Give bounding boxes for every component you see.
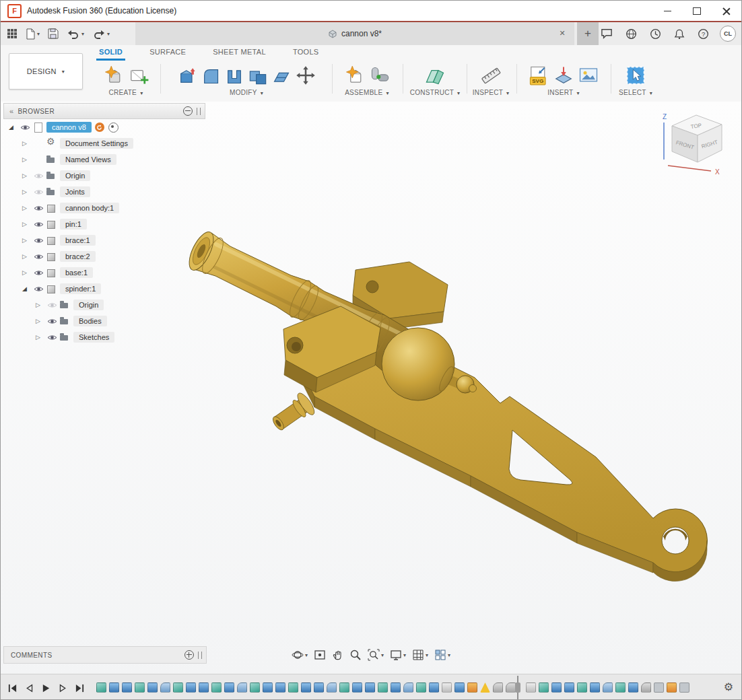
insert-svg-icon[interactable]: SVG bbox=[529, 65, 549, 85]
visibility-eye-icon[interactable] bbox=[34, 172, 44, 180]
modify-dropdown[interactable]: MODIFY ▾ bbox=[165, 89, 328, 96]
visibility-eye-icon[interactable] bbox=[34, 205, 44, 212]
user-avatar[interactable]: CL bbox=[720, 26, 736, 42]
viewports-icon[interactable]: ▾ bbox=[434, 649, 450, 661]
timeline-feature-icon[interactable] bbox=[211, 682, 222, 693]
file-menu-button[interactable]: ▾ bbox=[24, 25, 42, 42]
view-cube[interactable]: Z X TOP FRONT RIGHT bbox=[657, 108, 738, 181]
timeline-feature-icon[interactable] bbox=[250, 682, 260, 693]
tab-tools[interactable]: TOOLS bbox=[290, 45, 322, 61]
browser-item[interactable]: pin:1 bbox=[3, 216, 205, 232]
close-button[interactable] bbox=[712, 1, 741, 21]
visibility-eye-icon[interactable] bbox=[34, 188, 44, 196]
expand-arrow-icon[interactable] bbox=[36, 318, 45, 324]
timeline-feature-icon[interactable] bbox=[429, 682, 439, 693]
visibility-eye-icon[interactable] bbox=[47, 334, 57, 341]
skip-to-end-button[interactable] bbox=[75, 683, 85, 693]
orbit-icon[interactable]: ▾ bbox=[292, 649, 308, 661]
timeline-feature-icon[interactable] bbox=[442, 682, 452, 693]
timeline-feature-icon[interactable] bbox=[480, 682, 490, 693]
timeline-feature-icon[interactable] bbox=[551, 682, 562, 693]
timeline-feature-icon[interactable] bbox=[416, 682, 426, 693]
collapse-panel-icon[interactable]: « bbox=[9, 107, 14, 115]
construction-plane-icon[interactable] bbox=[425, 65, 445, 85]
timeline-feature-icon[interactable] bbox=[199, 682, 209, 693]
add-comment-icon[interactable] bbox=[184, 650, 194, 660]
browser-item[interactable]: Sketches bbox=[3, 329, 205, 345]
press-pull-icon[interactable] bbox=[178, 67, 197, 85]
browser-item[interactable]: Bodies bbox=[3, 313, 205, 329]
visibility-eye-icon[interactable] bbox=[34, 285, 44, 293]
clock-history-icon[interactable] bbox=[648, 25, 663, 42]
select-dropdown[interactable]: SELECT ▾ bbox=[613, 89, 658, 96]
timeline-settings-gear-icon[interactable]: ⚙ bbox=[724, 680, 733, 693]
timeline-feature-icon[interactable] bbox=[237, 682, 247, 693]
visibility-eye-icon[interactable] bbox=[34, 269, 44, 277]
expand-arrow-icon[interactable] bbox=[22, 237, 32, 244]
visibility-eye-icon[interactable] bbox=[34, 253, 44, 260]
new-tab-button[interactable]: + bbox=[577, 22, 599, 45]
timeline-feature-icon[interactable] bbox=[577, 682, 587, 693]
timeline-feature-icon[interactable] bbox=[641, 682, 651, 693]
save-icon[interactable] bbox=[46, 25, 61, 42]
timeline-feature-icon[interactable] bbox=[493, 682, 503, 693]
combine-icon[interactable] bbox=[248, 67, 267, 85]
expand-arrow-icon[interactable] bbox=[36, 302, 45, 308]
panel-drag-grip[interactable] bbox=[198, 652, 202, 659]
browser-item[interactable]: Joints bbox=[3, 184, 205, 200]
timeline-feature-icon[interactable] bbox=[667, 682, 677, 693]
timeline-feature-icon[interactable] bbox=[352, 682, 362, 693]
browser-item[interactable]: brace:1 bbox=[3, 232, 205, 248]
update-available-badge[interactable] bbox=[95, 123, 104, 132]
new-component-icon[interactable] bbox=[345, 65, 365, 85]
viewcube-body[interactable]: TOP FRONT RIGHT bbox=[672, 115, 722, 162]
move-copy-icon[interactable] bbox=[296, 65, 316, 85]
expand-arrow-icon[interactable] bbox=[22, 253, 32, 260]
help-icon[interactable]: ? bbox=[696, 25, 711, 42]
browser-item[interactable]: cannon body:1 bbox=[3, 200, 205, 216]
browser-item[interactable]: brace:2 bbox=[3, 248, 205, 265]
create-dropdown[interactable]: CREATE ▾ bbox=[91, 89, 161, 96]
timeline-feature-icon[interactable] bbox=[526, 682, 536, 693]
timeline-feature-icon[interactable] bbox=[603, 682, 613, 693]
browser-root-item[interactable]: cannon v8 bbox=[3, 119, 205, 135]
timeline-feature-icon[interactable] bbox=[339, 682, 349, 693]
measure-icon[interactable] bbox=[481, 65, 501, 85]
timeline-feature-icon[interactable] bbox=[288, 682, 298, 693]
minimize-button[interactable] bbox=[652, 1, 682, 21]
browser-item[interactable]: Origin bbox=[3, 297, 205, 313]
select-cursor-icon[interactable] bbox=[626, 65, 646, 85]
undo-icon[interactable]: ▾ bbox=[65, 25, 86, 42]
timeline-feature-icon[interactable] bbox=[628, 682, 638, 693]
offset-face-icon[interactable] bbox=[272, 67, 291, 85]
timeline-feature-icon[interactable] bbox=[654, 682, 664, 693]
insert-dropdown[interactable]: INSERT ▾ bbox=[519, 89, 608, 96]
expand-arrow-icon[interactable] bbox=[36, 334, 45, 341]
redo-icon[interactable]: ▾ bbox=[90, 25, 112, 42]
timeline-feature-icon[interactable] bbox=[679, 682, 689, 693]
pan-icon[interactable] bbox=[332, 649, 343, 661]
timeline-feature-icon[interactable] bbox=[96, 682, 106, 693]
visibility-eye-icon[interactable] bbox=[34, 237, 44, 244]
timeline-position-marker[interactable] bbox=[514, 676, 522, 700]
browser-item[interactable]: base:1 bbox=[3, 265, 205, 281]
timeline-feature-icon[interactable] bbox=[275, 682, 285, 693]
timeline-feature-icon[interactable] bbox=[135, 682, 145, 693]
minimize-panel-icon[interactable] bbox=[183, 106, 193, 116]
timeline-feature-icon[interactable] bbox=[539, 682, 549, 693]
look-at-icon[interactable] bbox=[314, 649, 326, 661]
timeline-feature-icon[interactable] bbox=[301, 682, 311, 693]
display-settings-icon[interactable]: ▾ bbox=[390, 649, 406, 661]
expand-arrow-icon[interactable] bbox=[22, 172, 32, 179]
expand-arrow-icon[interactable] bbox=[22, 156, 32, 163]
notifications-bell-icon[interactable] bbox=[672, 25, 687, 42]
timeline-feature-icon[interactable] bbox=[147, 682, 158, 693]
expand-arrow-icon[interactable] bbox=[22, 140, 32, 147]
timeline-feature-icon[interactable] bbox=[263, 682, 273, 693]
canvas-icon[interactable] bbox=[578, 65, 599, 85]
expand-arrow-icon[interactable] bbox=[9, 124, 18, 131]
tab-sheet-metal[interactable]: SHEET METAL bbox=[210, 45, 269, 61]
construct-dropdown[interactable]: CONSTRUCT ▾ bbox=[406, 89, 464, 96]
timeline-feature-icon[interactable] bbox=[378, 682, 388, 693]
panel-drag-grip[interactable] bbox=[197, 108, 201, 115]
